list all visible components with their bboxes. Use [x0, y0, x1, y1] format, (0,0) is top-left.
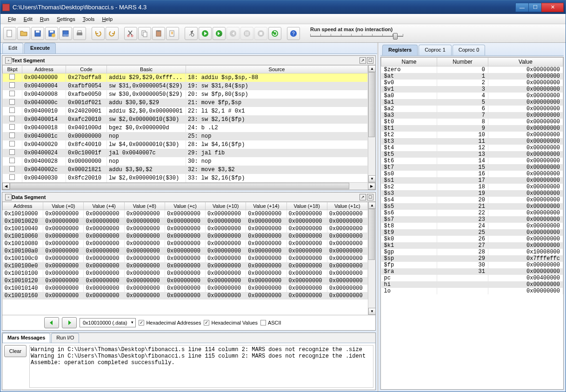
- text-segment-vscroll[interactable]: ▲ ▼: [368, 65, 375, 182]
- cell-value[interactable]: 0x00000000: [286, 285, 327, 292]
- cut-button[interactable]: [124, 27, 137, 40]
- stop-button[interactable]: [254, 27, 267, 40]
- cell-value[interactable]: 0x00000000: [286, 262, 327, 270]
- data-segment-vscroll[interactable]: ▲ ▼: [368, 202, 375, 315]
- reg-value[interactable]: 0x00000000: [488, 66, 563, 73]
- cell-value[interactable]: 0x00000000: [84, 225, 124, 233]
- cell-value[interactable]: 0x00000000: [43, 233, 84, 240]
- col-reg-number[interactable]: Number: [437, 58, 488, 66]
- cell-value[interactable]: 0x00000000: [165, 292, 205, 299]
- cell-value[interactable]: 0x00000000: [206, 255, 246, 262]
- cell-value[interactable]: 0x00000000: [165, 255, 205, 262]
- ascii-checkbox[interactable]: ASCII: [260, 320, 281, 326]
- register-row[interactable]: $s2180x00000000: [381, 184, 563, 190]
- bkpt-checkbox[interactable]: [3, 115, 22, 124]
- reg-value[interactable]: 0x00000000: [488, 73, 563, 80]
- reg-value[interactable]: 0x00000000: [488, 184, 563, 190]
- text-row[interactable]: 0x0040002c0x00021821addu $3,$0,$232: mov…: [3, 166, 368, 174]
- menu-tools[interactable]: Tools: [79, 15, 99, 23]
- text-segment-detach-icon[interactable]: ↗: [360, 57, 366, 64]
- data-col-1[interactable]: Value (+0): [43, 202, 84, 210]
- data-segment-max-icon[interactable]: ☐: [367, 194, 373, 200]
- paste-button[interactable]: [152, 27, 165, 40]
- cell-value[interactable]: 0x00000000: [246, 233, 286, 240]
- reg-value[interactable]: 0x00000000: [488, 86, 563, 93]
- data-col-4[interactable]: Value (+c): [165, 202, 205, 210]
- text-row[interactable]: 0x004000180x0401000dbgez $0,0x0000000d24…: [3, 124, 368, 132]
- reg-value[interactable]: 0x00000000: [488, 145, 563, 151]
- reg-value[interactable]: 0x00000000: [488, 93, 563, 99]
- clear-button[interactable]: Clear: [4, 345, 27, 357]
- reg-value[interactable]: 0x00000000: [488, 177, 563, 184]
- cell-value[interactable]: 0x00000000: [327, 270, 367, 277]
- cell-value[interactable]: 0x00000000: [246, 247, 286, 255]
- col-basic[interactable]: Basic: [107, 66, 186, 73]
- data-row[interactable]: 0x100101000x000000000x000000000x00000000…: [3, 270, 368, 277]
- register-row[interactable]: $a150x00000000: [381, 99, 563, 106]
- hex-addresses-checkbox[interactable]: Hexadecimal Addresses: [139, 320, 201, 326]
- reg-value[interactable]: 0x00000000: [488, 190, 563, 197]
- bkpt-checkbox[interactable]: [3, 90, 22, 99]
- reg-value[interactable]: 0x00000000: [488, 203, 563, 210]
- cell-value[interactable]: 0x00000000: [124, 285, 165, 292]
- col-source[interactable]: Source: [186, 66, 368, 73]
- register-row[interactable]: $t190x00000000: [381, 125, 563, 132]
- minimize-button[interactable]: —: [515, 3, 529, 12]
- register-row[interactable]: $t6140x00000000: [381, 158, 563, 164]
- cell-value[interactable]: 0x00000000: [43, 262, 84, 270]
- register-row[interactable]: $s5210x00000000: [381, 203, 563, 210]
- cell-value[interactable]: 0x00000000: [206, 262, 246, 270]
- register-row[interactable]: $s7230x00000000: [381, 216, 563, 223]
- maximize-button[interactable]: ☐: [528, 3, 542, 12]
- assemble-button[interactable]: [185, 27, 198, 40]
- reg-value[interactable]: 0x00000000: [488, 80, 563, 86]
- bkpt-checkbox[interactable]: [3, 107, 22, 115]
- tab-execute[interactable]: Execute: [24, 43, 56, 53]
- cell-value[interactable]: 0x00000000: [327, 255, 367, 262]
- cell-value[interactable]: 0x00000000: [206, 210, 246, 218]
- cell-value[interactable]: 0x00000000: [327, 218, 367, 225]
- reg-value[interactable]: 0x00000000: [488, 151, 563, 158]
- data-col-8[interactable]: Value (+1c): [327, 202, 367, 210]
- data-row[interactable]: 0x100100e00x000000000x000000000x00000000…: [3, 262, 368, 270]
- cell-value[interactable]: 0x00000000: [43, 285, 84, 292]
- step-button[interactable]: 1: [213, 27, 226, 40]
- register-row[interactable]: $t9250x00000000: [381, 229, 563, 236]
- tab-coproc1[interactable]: Coproc 1: [419, 45, 452, 55]
- cell-value[interactable]: 0x00000000: [286, 225, 327, 233]
- cell-value[interactable]: 0x00000000: [84, 292, 124, 299]
- text-row[interactable]: 0x004000280x00000000nop30: nop: [3, 157, 368, 166]
- cell-value[interactable]: 0x00000000: [246, 240, 286, 247]
- data-prev-button[interactable]: [44, 317, 59, 328]
- cell-value[interactable]: 0x00000000: [246, 292, 286, 299]
- text-row[interactable]: 0x0040000c0x001df021addu $30,$0,$2921: m…: [3, 99, 368, 107]
- cell-value[interactable]: 0x00000000: [165, 210, 205, 218]
- cell-value[interactable]: 0x00000000: [286, 218, 327, 225]
- cell-value[interactable]: 0x00000000: [43, 240, 84, 247]
- tab-mars-messages[interactable]: Mars Messages: [2, 333, 50, 343]
- cell-value[interactable]: 0x00000000: [84, 255, 124, 262]
- cell-value[interactable]: 0x00000000: [165, 285, 205, 292]
- cell-value[interactable]: 0x00000000: [43, 270, 84, 277]
- cell-value[interactable]: 0x00000000: [246, 210, 286, 218]
- cell-value[interactable]: 0x00000000: [84, 210, 124, 218]
- reg-value[interactable]: 0x00000000: [488, 125, 563, 132]
- open-file-button[interactable]: [17, 27, 30, 40]
- reg-value[interactable]: 0x00000000: [488, 171, 563, 177]
- cell-value[interactable]: 0x00000000: [165, 233, 205, 240]
- cell-value[interactable]: 0x00000000: [165, 247, 205, 255]
- reg-value[interactable]: 0x00400000: [488, 275, 563, 281]
- bkpt-checkbox[interactable]: [3, 82, 22, 90]
- save-button[interactable]: [31, 27, 44, 40]
- cell-value[interactable]: 0x00000000: [286, 292, 327, 299]
- col-address[interactable]: Address: [22, 66, 66, 73]
- reg-value[interactable]: 0x00000000: [488, 112, 563, 119]
- reg-value[interactable]: 0x00000000: [488, 242, 563, 249]
- pause-button[interactable]: [240, 27, 253, 40]
- cell-value[interactable]: 0x00000000: [286, 270, 327, 277]
- reg-value[interactable]: 0x00000000: [488, 281, 563, 288]
- data-row[interactable]: 0x100100000x000000000x000000000x00000000…: [3, 210, 368, 218]
- data-row[interactable]: 0x100100c00x000000000x000000000x00000000…: [3, 255, 368, 262]
- cell-value[interactable]: 0x00000000: [124, 277, 165, 285]
- copy-button[interactable]: [138, 27, 151, 40]
